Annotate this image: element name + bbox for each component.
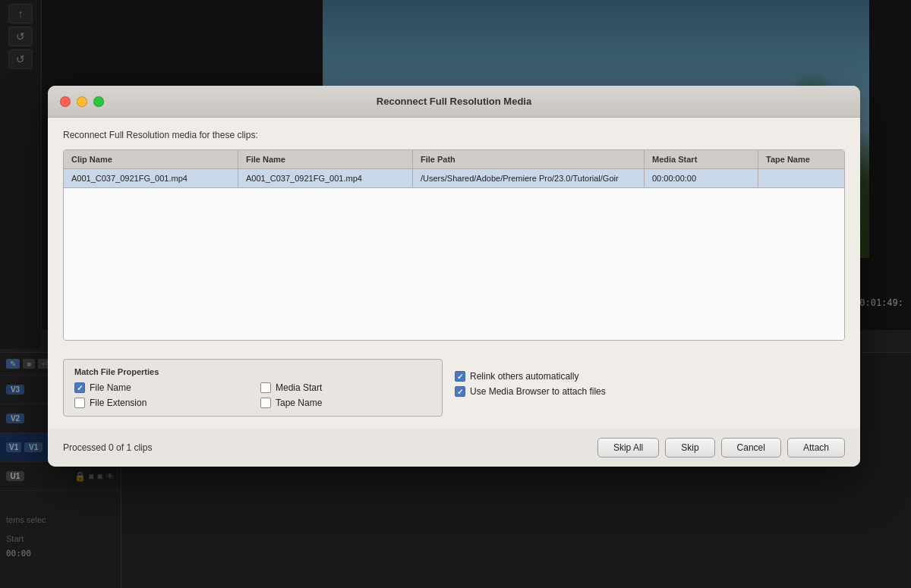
close-button[interactable] xyxy=(60,96,71,107)
processed-text: Processed 0 of 1 clips xyxy=(63,442,152,453)
cell-tape-name xyxy=(758,169,845,187)
checkbox-fileext-box[interactable] xyxy=(74,398,85,408)
checkbox-media-browser-label: Use Media Browser to attach files xyxy=(470,386,606,397)
minimize-button[interactable] xyxy=(77,96,87,107)
titlebar-buttons xyxy=(60,96,104,107)
match-checkboxes: File Name Media Start File Extension xyxy=(74,382,431,408)
modal-footer: Processed 0 of 1 clips Skip All Skip Can… xyxy=(48,429,860,467)
checkbox-relink-auto-label: Relink others automatically xyxy=(470,371,578,382)
checkbox-media-browser[interactable]: Use Media Browser to attach files xyxy=(455,386,845,397)
checkbox-relink-auto-box[interactable] xyxy=(455,371,465,382)
match-section: Match File Properties File Name Media St… xyxy=(63,359,443,417)
col-media-start: Media Start xyxy=(645,150,758,168)
maximize-button[interactable] xyxy=(93,96,104,107)
match-file-properties: Match File Properties File Name Media St… xyxy=(63,348,443,417)
checkbox-fileext[interactable]: File Extension xyxy=(74,398,245,408)
col-tape-name: Tape Name xyxy=(758,150,845,168)
checkbox-tapename-label: Tape Name xyxy=(276,398,322,408)
checkbox-tapename[interactable]: Tape Name xyxy=(260,398,431,408)
col-file-name: File Name xyxy=(238,150,413,168)
modal-overlay: Reconnect Full Resolution Media Reconnec… xyxy=(0,0,911,588)
modal-titlebar: Reconnect Full Resolution Media xyxy=(48,86,860,118)
checkbox-mediastart[interactable]: Media Start xyxy=(260,382,431,393)
col-clip-name: Clip Name xyxy=(64,150,238,168)
attach-button[interactable]: Attach xyxy=(787,438,845,458)
table-header: Clip Name File Name File Path Media Star… xyxy=(64,150,844,169)
checkbox-fileext-label: File Extension xyxy=(90,398,147,408)
cell-file-name: A001_C037_0921FG_001.mp4 xyxy=(238,169,413,187)
reconnect-dialog: Reconnect Full Resolution Media Reconnec… xyxy=(48,86,860,467)
checkbox-media-browser-box[interactable] xyxy=(455,386,465,397)
cancel-button[interactable]: Cancel xyxy=(721,438,781,458)
checkbox-filename-box[interactable] xyxy=(74,382,85,393)
checkbox-filename-label: File Name xyxy=(90,382,131,393)
cell-clip-name: A001_C037_0921FG_001.mp4 xyxy=(64,169,238,187)
footer-buttons: Skip All Skip Cancel Attach xyxy=(597,438,845,458)
checkbox-relink-auto[interactable]: Relink others automatically xyxy=(455,371,845,382)
checkbox-filename[interactable]: File Name xyxy=(74,382,245,393)
skip-button[interactable]: Skip xyxy=(665,438,714,458)
cell-media-start: 00:00:00:00 xyxy=(645,169,758,187)
modal-description: Reconnect Full Resolution media for thes… xyxy=(63,130,845,140)
cell-file-path: /Users/Shared/Adobe/Premiere Pro/23.0/Tu… xyxy=(413,169,645,187)
modal-title: Reconnect Full Resolution Media xyxy=(377,96,531,107)
table-empty-area xyxy=(64,188,844,340)
checkbox-tapename-box[interactable] xyxy=(260,398,271,408)
checkbox-mediastart-label: Media Start xyxy=(276,382,322,393)
col-file-path: File Path xyxy=(413,150,645,168)
clip-table: Clip Name File Name File Path Media Star… xyxy=(63,149,845,341)
table-row[interactable]: A001_C037_0921FG_001.mp4 A001_C037_0921F… xyxy=(64,169,844,188)
checkbox-mediastart-box[interactable] xyxy=(260,382,271,393)
modal-body: Reconnect Full Resolution media for thes… xyxy=(48,118,860,429)
bottom-section: Match File Properties File Name Media St… xyxy=(63,348,845,417)
relink-section: Relink others automatically Use Media Br… xyxy=(455,351,845,417)
skip-all-button[interactable]: Skip All xyxy=(597,438,659,458)
match-section-title: Match File Properties xyxy=(74,367,431,376)
